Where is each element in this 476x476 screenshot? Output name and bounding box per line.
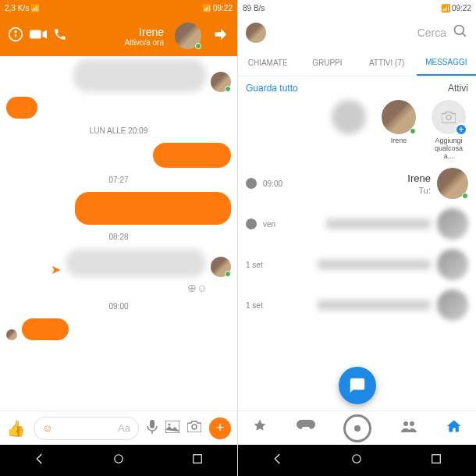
- active-section: Guarda tutto Attivi Irene + Aggiungi qua…: [238, 76, 476, 163]
- compose-fab[interactable]: [339, 367, 376, 404]
- input-placeholder: Aa: [118, 422, 130, 434]
- sender-avatar: [211, 257, 231, 277]
- android-nav-bar: [0, 445, 237, 476]
- message-incoming[interactable]: [6, 192, 231, 225]
- sender-avatar: [211, 72, 231, 92]
- conversation-item[interactable]: Irene Tu: 09:00: [238, 163, 476, 204]
- network-speed: 89 B/s: [243, 4, 265, 12]
- info-icon[interactable]: [8, 27, 23, 45]
- message-input-bar: 👍 ☺ Aa +: [0, 410, 237, 445]
- tab-groups[interactable]: GRUPPI: [297, 50, 357, 76]
- seen-indicator: [246, 218, 257, 229]
- svg-point-6: [169, 423, 171, 425]
- back-arrow-icon[interactable]: [212, 26, 229, 46]
- timestamp: 07:27: [6, 176, 231, 184]
- nav-people-icon[interactable]: [400, 420, 417, 436]
- active-title: Attivi: [448, 83, 468, 94]
- active-contact-irene[interactable]: Irene: [379, 100, 418, 160]
- convo-avatar: [437, 249, 468, 280]
- convo-time: 09:00: [263, 179, 282, 188]
- convo-preview: Tu:: [289, 186, 431, 195]
- contact-status: Attivo/a ora: [124, 38, 164, 47]
- convo-avatar: [437, 290, 468, 321]
- seen-indicator: [246, 178, 257, 189]
- nav-home-icon[interactable]: [350, 452, 364, 469]
- message-outgoing[interactable]: [6, 97, 231, 119]
- svg-point-7: [192, 424, 197, 429]
- voice-icon[interactable]: [147, 420, 158, 437]
- svg-point-2: [15, 31, 16, 33]
- convo-time: 1 set: [246, 301, 263, 310]
- svg-point-14: [403, 421, 408, 426]
- tab-calls[interactable]: CHIAMATE: [238, 50, 297, 76]
- nav-games-icon[interactable]: [297, 420, 315, 436]
- messages-area[interactable]: LUN ALLE 20:09 07:27 08:28 ➤ ⊕☺ 09:00: [0, 56, 237, 410]
- nav-recent-icon[interactable]: [429, 452, 443, 469]
- status-bar: 89 B/s 📶 09:22: [238, 0, 476, 16]
- nav-back-icon[interactable]: [271, 452, 285, 469]
- tab-active[interactable]: ATTIVI (7): [357, 50, 417, 76]
- search-icon[interactable]: [453, 23, 468, 42]
- share-icon[interactable]: ➤: [51, 262, 61, 277]
- timestamp: LUN ALLE 20:09: [6, 126, 231, 135]
- convo-avatar: [437, 208, 468, 240]
- clock: 09:22: [213, 4, 233, 12]
- chat-header: Irene Attivo/a ora: [0, 16, 237, 56]
- svg-line-11: [463, 34, 466, 37]
- svg-point-16: [353, 455, 361, 464]
- contact-avatar[interactable]: [175, 23, 201, 49]
- svg-point-8: [115, 455, 123, 464]
- nav-home-icon[interactable]: [112, 452, 126, 469]
- nav-recent-icon[interactable]: [190, 452, 204, 469]
- android-nav-bar: [238, 445, 476, 476]
- message-outgoing[interactable]: [6, 318, 231, 340]
- nav-home-icon[interactable]: [446, 418, 462, 438]
- nav-camera-button[interactable]: [343, 414, 371, 442]
- search-placeholder[interactable]: Cerca: [266, 27, 446, 39]
- svg-point-15: [410, 421, 414, 426]
- svg-rect-4: [150, 420, 155, 428]
- svg-point-10: [455, 26, 464, 35]
- tab-messages[interactable]: MESSAGGI: [417, 50, 476, 76]
- nav-back-icon[interactable]: [33, 452, 47, 469]
- svg-rect-3: [30, 30, 41, 39]
- see-all-link[interactable]: Guarda tutto: [246, 83, 298, 94]
- conversation-item[interactable]: 1 set: [238, 285, 476, 325]
- convo-avatar: [437, 168, 468, 199]
- tab-bar: CHIAMATE GRUPPI ATTIVI (7) MESSAGGI: [238, 50, 476, 76]
- svg-point-12: [446, 115, 451, 120]
- convo-time: ven: [263, 220, 275, 229]
- add-story[interactable]: + Aggiungi qualcosa a...: [429, 100, 468, 160]
- conversation-item[interactable]: ven: [238, 204, 476, 244]
- contact-name: Irene: [124, 26, 164, 38]
- add-button[interactable]: +: [209, 417, 231, 439]
- signal-icon: 📶: [441, 4, 450, 12]
- message-incoming[interactable]: [6, 143, 231, 168]
- emoji-add-icon[interactable]: ⊕☺: [187, 282, 208, 294]
- emoji-picker-icon[interactable]: ☺: [42, 422, 52, 434]
- signal-icon: 📶: [30, 4, 40, 12]
- gallery-icon[interactable]: [165, 421, 179, 436]
- video-call-icon[interactable]: [30, 28, 47, 44]
- svg-point-13: [354, 425, 361, 432]
- active-contact[interactable]: [329, 100, 368, 160]
- camera-icon[interactable]: [187, 421, 201, 435]
- convo-name: Irene: [289, 172, 431, 184]
- svg-rect-17: [432, 455, 441, 464]
- thumbs-up-icon[interactable]: 👍: [6, 419, 26, 438]
- profile-avatar[interactable]: [246, 23, 266, 43]
- timestamp: 09:00: [6, 302, 231, 311]
- audio-call-icon[interactable]: [53, 27, 67, 44]
- status-bar: 2,3 K/s 📶 📶 09:22: [0, 0, 237, 16]
- home-screen: 89 B/s 📶 09:22 Cerca CHIAMATE GRUPPI ATT…: [238, 0, 476, 476]
- search-bar: Cerca: [238, 16, 476, 50]
- chat-screen: 2,3 K/s 📶 📶 09:22: [0, 0, 238, 476]
- seen-avatar: [6, 329, 17, 340]
- network-speed: 2,3 K/s: [5, 4, 29, 12]
- conversation-item[interactable]: 1 set: [238, 244, 476, 285]
- message-input[interactable]: ☺ Aa: [34, 417, 139, 440]
- add-badge-icon: +: [455, 123, 467, 136]
- message-incoming[interactable]: ➤: [6, 249, 231, 277]
- nav-discover-icon[interactable]: [252, 418, 268, 438]
- message-incoming[interactable]: [6, 59, 231, 92]
